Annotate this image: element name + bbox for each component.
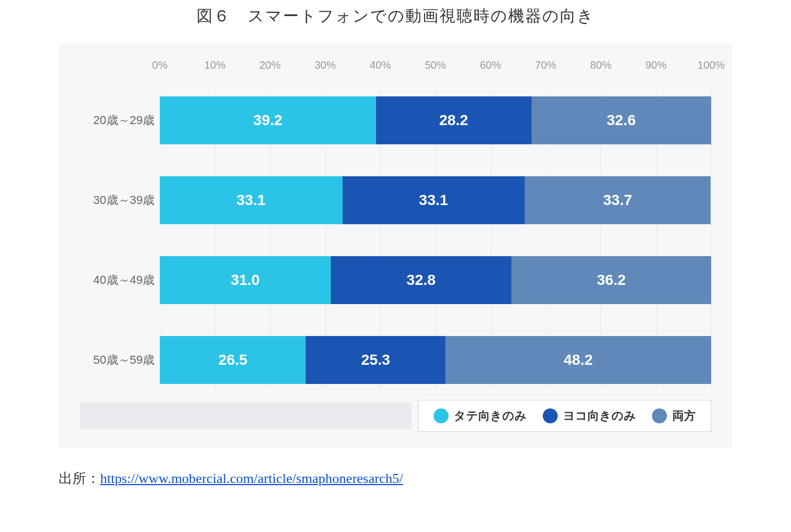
bar-segment-vertical-only: 26.5 — [160, 336, 306, 384]
bar-segment-horizontal-only: 32.8 — [331, 256, 511, 304]
bar-track: 26.5 25.3 48.2 — [160, 336, 711, 384]
legend-label: ヨコ向きのみ — [563, 408, 636, 424]
chart-inner: 0% 10% 20% 30% 40% 50% 60% 70% 80% 90% 1… — [80, 59, 711, 432]
bar-segment-horizontal-only: 33.1 — [343, 176, 525, 224]
bar-track: 31.0 32.8 36.2 — [160, 256, 711, 304]
tick-0: 0% — [152, 59, 168, 71]
x-axis-ticks: 0% 10% 20% 30% 40% 50% 60% 70% 80% 90% 1… — [160, 59, 711, 75]
legend-label: 両方 — [672, 408, 696, 424]
bar-row-20s: 20歳～29歳 39.2 28.2 32.6 — [80, 96, 711, 144]
legend-item-both: 両方 — [652, 408, 696, 424]
bar-segment-horizontal-only: 25.3 — [306, 336, 445, 384]
bar-value: 26.5 — [218, 351, 248, 369]
bar-value: 32.8 — [406, 272, 436, 289]
legend-scrollbar — [80, 403, 412, 429]
bar-value: 25.3 — [361, 351, 390, 369]
tick-80: 80% — [590, 59, 611, 71]
bar-value: 33.7 — [603, 192, 632, 209]
bar-value: 36.2 — [597, 272, 626, 289]
tick-30: 30% — [314, 59, 336, 71]
bar-value: 33.1 — [419, 192, 448, 209]
chart-title: 図６ スマートフォンでの動画視聴時の機器の向き — [0, 5, 791, 27]
legend-item-vertical-only: タテ向きのみ — [434, 408, 527, 424]
category-label: 20歳～29歳 — [80, 112, 160, 128]
x-axis: 0% 10% 20% 30% 40% 50% 60% 70% 80% 90% 1… — [80, 59, 711, 75]
bar-segment-both: 32.6 — [532, 96, 711, 144]
category-label: 40歳～49歳 — [80, 272, 160, 288]
legend-swatch-icon — [434, 408, 448, 423]
source-link[interactable]: https://www.mobercial.com/article/smapho… — [100, 471, 403, 486]
bar-value: 39.2 — [254, 112, 283, 129]
bar-segment-vertical-only: 31.0 — [160, 256, 331, 304]
tick-70: 70% — [535, 59, 556, 71]
bar-value: 31.0 — [231, 272, 260, 289]
category-label: 30歳～39歳 — [80, 192, 160, 208]
source-citation: 出所：https://www.mobercial.com/article/sma… — [59, 469, 791, 488]
tick-60: 60% — [480, 59, 501, 71]
bar-value: 32.6 — [607, 112, 636, 129]
bar-track: 33.1 33.1 33.7 — [160, 176, 711, 224]
tick-10: 10% — [204, 59, 225, 71]
bar-row-40s: 40歳～49歳 31.0 32.8 36.2 — [80, 256, 711, 304]
chart-container: 0% 10% 20% 30% 40% 50% 60% 70% 80% 90% 1… — [59, 43, 732, 448]
bar-value: 28.2 — [439, 112, 468, 129]
legend-item-horizontal-only: ヨコ向きのみ — [543, 408, 636, 424]
bar-segment-both: 48.2 — [445, 336, 711, 384]
tick-40: 40% — [370, 59, 391, 71]
category-label: 50歳～59歳 — [80, 352, 160, 368]
bar-segment-vertical-only: 39.2 — [160, 96, 376, 144]
legend-swatch-icon — [543, 408, 558, 423]
tick-20: 20% — [259, 59, 281, 71]
legend-box: タテ向きのみ ヨコ向きのみ 両方 — [418, 400, 711, 432]
bar-track: 39.2 28.2 32.6 — [160, 96, 711, 144]
bar-segment-vertical-only: 33.1 — [160, 176, 343, 224]
tick-90: 90% — [645, 59, 666, 71]
legend-swatch-icon — [652, 408, 667, 423]
plot-area: 20歳～29歳 39.2 28.2 32.6 30歳～39歳 33.1 33.1… — [80, 96, 711, 384]
tick-50: 50% — [425, 59, 446, 71]
bar-segment-horizontal-only: 28.2 — [376, 96, 532, 144]
bar-row-30s: 30歳～39歳 33.1 33.1 33.7 — [80, 176, 711, 224]
bar-value: 33.1 — [237, 192, 266, 209]
legend: タテ向きのみ ヨコ向きのみ 両方 — [80, 400, 711, 432]
source-label: 出所： — [59, 471, 100, 486]
bar-row-50s: 50歳～59歳 26.5 25.3 48.2 — [80, 336, 711, 384]
bar-segment-both: 36.2 — [511, 256, 711, 304]
legend-label: タテ向きのみ — [454, 408, 527, 424]
bar-value: 48.2 — [564, 351, 593, 369]
bar-segment-both: 33.7 — [525, 176, 711, 224]
tick-100: 100% — [697, 59, 724, 71]
